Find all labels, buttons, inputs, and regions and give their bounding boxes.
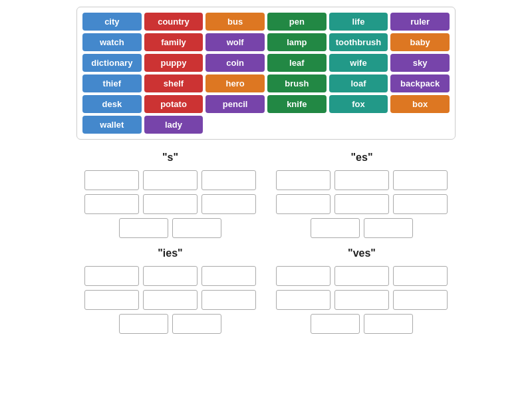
drop-ves-6[interactable]	[393, 290, 448, 310]
drop-s-3[interactable]	[201, 170, 256, 190]
word-btn-baby[interactable]: baby	[390, 33, 450, 51]
drop-es-7[interactable]	[311, 218, 360, 238]
drop-ves-4[interactable]	[276, 290, 331, 310]
drop-ves-3[interactable]	[393, 266, 448, 286]
word-btn-brush[interactable]: brush	[267, 74, 327, 92]
section-s-title: "s"	[162, 152, 178, 164]
word-btn-knife[interactable]: knife	[267, 95, 327, 113]
word-btn-wolf[interactable]: wolf	[205, 33, 265, 51]
drop-es-1[interactable]	[276, 170, 331, 190]
word-btn-hero[interactable]: hero	[205, 74, 265, 92]
word-btn-backpack[interactable]: backpack	[390, 74, 450, 92]
drop-es-3[interactable]	[393, 170, 448, 190]
es-row2	[276, 194, 448, 214]
main-container: citycountrybuspenliferulerwatchfamilywol…	[0, 0, 532, 340]
word-btn-toothbrush[interactable]: toothbrush	[329, 33, 388, 51]
word-btn-coin[interactable]: coin	[205, 54, 265, 72]
word-btn-country[interactable]: country	[144, 13, 203, 31]
word-btn-loaf[interactable]: loaf	[329, 74, 388, 92]
word-btn-bus[interactable]: bus	[205, 13, 265, 31]
word-btn-dictionary[interactable]: dictionary	[82, 54, 142, 72]
word-btn-wallet[interactable]: wallet	[82, 116, 142, 134]
word-btn-desk[interactable]: desk	[82, 95, 142, 113]
drop-ies-4[interactable]	[84, 290, 139, 310]
ves-row2	[276, 290, 448, 310]
bottom-sections-row: "ies" "ves"	[60, 247, 472, 334]
drop-ves-5[interactable]	[334, 290, 389, 310]
drop-ies-8[interactable]	[172, 314, 221, 334]
drop-ies-1[interactable]	[84, 266, 139, 286]
es-row3	[311, 218, 413, 238]
drop-es-8[interactable]	[364, 218, 413, 238]
drop-s-1[interactable]	[84, 170, 139, 190]
ves-row3	[311, 314, 413, 334]
word-btn-wife[interactable]: wife	[329, 54, 388, 72]
drop-es-4[interactable]	[276, 194, 331, 214]
drop-ves-8[interactable]	[364, 314, 413, 334]
section-ies-title: "ies"	[158, 247, 182, 259]
word-btn-watch[interactable]: watch	[82, 33, 142, 51]
drop-es-6[interactable]	[393, 194, 448, 214]
s-row2	[84, 194, 256, 214]
word-btn-box[interactable]: box	[390, 95, 450, 113]
drop-ies-2[interactable]	[143, 266, 198, 286]
word-btn-leaf[interactable]: leaf	[267, 54, 327, 72]
word-btn-shelf[interactable]: shelf	[144, 74, 203, 92]
drop-s-4[interactable]	[84, 194, 139, 214]
section-s: "s"	[84, 152, 256, 238]
word-btn-pen[interactable]: pen	[267, 13, 327, 31]
drop-ies-6[interactable]	[201, 290, 256, 310]
section-ies: "ies"	[84, 247, 256, 334]
drop-s-5[interactable]	[143, 194, 198, 214]
word-btn-thief[interactable]: thief	[82, 74, 142, 92]
word-btn-family[interactable]: family	[144, 33, 203, 51]
word-btn-potato[interactable]: potato	[144, 95, 203, 113]
word-btn-sky[interactable]: sky	[390, 54, 450, 72]
s-row1	[84, 170, 256, 190]
top-sections-row: "s" "es"	[60, 152, 472, 238]
es-row1	[276, 170, 448, 190]
drop-ies-5[interactable]	[143, 290, 198, 310]
word-btn-lady[interactable]: lady	[144, 116, 203, 134]
section-ves: "ves"	[276, 247, 448, 334]
drop-es-2[interactable]	[334, 170, 389, 190]
word-btn-lamp[interactable]: lamp	[267, 33, 327, 51]
word-btn-life[interactable]: life	[329, 13, 388, 31]
drop-es-5[interactable]	[334, 194, 389, 214]
word-btn-pencil[interactable]: pencil	[205, 95, 265, 113]
ves-row1	[276, 266, 448, 286]
word-grid: citycountrybuspenliferulerwatchfamilywol…	[82, 13, 450, 134]
ies-row2	[84, 290, 256, 310]
drop-ies-3[interactable]	[201, 266, 256, 286]
s-row3	[119, 218, 221, 238]
drop-s-6[interactable]	[201, 194, 256, 214]
section-es-title: "es"	[351, 152, 373, 164]
drop-ves-1[interactable]	[276, 266, 331, 286]
section-es: "es"	[276, 152, 448, 238]
ies-row1	[84, 266, 256, 286]
word-grid-wrapper: citycountrybuspenliferulerwatchfamilywol…	[76, 7, 456, 140]
drop-s-8[interactable]	[172, 218, 221, 238]
drop-s-7[interactable]	[119, 218, 168, 238]
drop-s-2[interactable]	[143, 170, 198, 190]
drop-ves-7[interactable]	[311, 314, 360, 334]
drop-ies-7[interactable]	[119, 314, 168, 334]
word-btn-city[interactable]: city	[82, 13, 142, 31]
ies-row3	[119, 314, 221, 334]
word-btn-fox[interactable]: fox	[329, 95, 388, 113]
word-btn-puppy[interactable]: puppy	[144, 54, 203, 72]
section-ves-title: "ves"	[348, 247, 376, 259]
drop-ves-2[interactable]	[334, 266, 389, 286]
word-btn-ruler[interactable]: ruler	[390, 13, 450, 31]
